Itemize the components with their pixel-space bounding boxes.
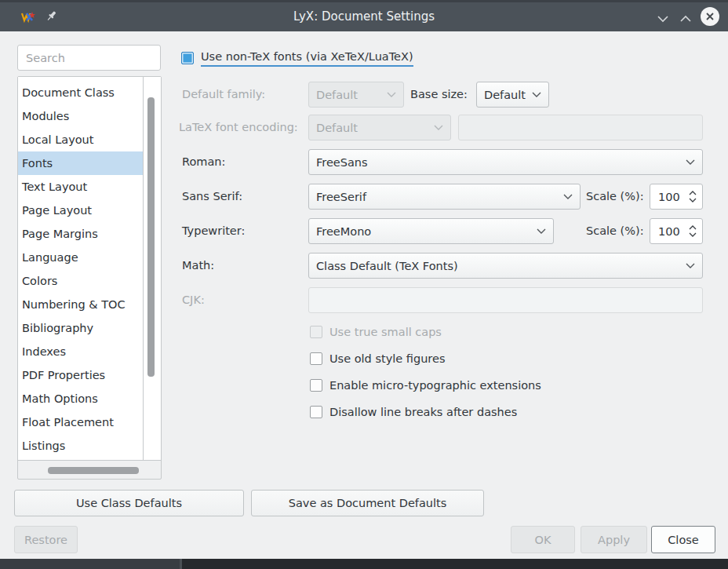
sidebar-item-document-class[interactable]: Document Class: [18, 81, 143, 104]
checkbox-label: Use old style figures: [329, 352, 445, 366]
chevron-down-icon: [657, 15, 669, 23]
category-list-frame: Document ClassModulesLocal LayoutFontsTe…: [17, 76, 162, 480]
chevron-down-icon: [537, 228, 546, 235]
use-non-tex-fonts-checkbox-row[interactable]: Use non-TeX fonts (via XeTeX/LuaTeX): [181, 51, 413, 65]
sidebar-item-math-options[interactable]: Math Options: [18, 387, 143, 410]
background-window-strip: [0, 559, 728, 569]
math-value: Class Default (TeX Fonts): [316, 260, 458, 272]
sidebar-item-pdf-properties[interactable]: PDF Properties: [18, 363, 143, 387]
titlebar[interactable]: LyX: Document Settings: [0, 0, 728, 31]
font-encoding-value: Default: [316, 122, 358, 134]
window-title: LyX: Document Settings: [0, 2, 728, 31]
default-family-label: Default family:: [182, 82, 265, 108]
font-encoding-combo: Default: [308, 115, 451, 140]
default-family-combo: Default: [308, 82, 404, 108]
option-row-use-true-small-caps: Use true small caps: [310, 325, 442, 339]
chevron-down-icon: [686, 159, 695, 166]
font-encoding-input: [458, 115, 703, 140]
spin-up-icon[interactable]: [689, 191, 697, 195]
checkbox[interactable]: [310, 406, 322, 418]
document-settings-dialog: LyX: Document Settings Document ClassMod…: [0, 0, 728, 569]
roman-value: FreeSans: [316, 156, 368, 169]
sidebar-item-float-placement[interactable]: Float Placement: [18, 410, 143, 434]
font-encoding-label: LaTeX font encoding:: [179, 115, 298, 140]
chevron-down-icon: [686, 263, 695, 269]
typewriter-value: FreeMono: [316, 225, 371, 238]
ok-button: OK: [511, 526, 575, 553]
close-button[interactable]: [701, 7, 719, 26]
save-as-document-defaults-button[interactable]: Save as Document Defaults: [251, 490, 484, 516]
sans-scale-spinbox[interactable]: 100: [650, 184, 703, 210]
sidebar-item-bibliography[interactable]: Bibliography: [18, 316, 143, 340]
option-row-use-old-style-figures[interactable]: Use old style figures: [310, 352, 445, 366]
typewriter-combo[interactable]: FreeMono: [308, 218, 554, 244]
sidebar-item-listings[interactable]: Listings: [18, 434, 143, 458]
base-size-value: Default: [484, 89, 526, 101]
category-list: Document ClassModulesLocal LayoutFontsTe…: [18, 77, 144, 461]
checkbox: [310, 326, 322, 338]
spin-down-icon[interactable]: [689, 198, 697, 202]
chevron-up-icon: [679, 15, 692, 23]
sidebar-item-text-layout[interactable]: Text Layout: [18, 175, 143, 199]
math-combo[interactable]: Class Default (TeX Fonts): [308, 253, 703, 279]
apply-label: Apply: [598, 534, 630, 546]
checkbox-label: Disallow line breaks after dashes: [329, 405, 517, 419]
math-label: Math:: [182, 253, 214, 279]
background-window-divider: [180, 559, 182, 569]
sans-serif-value: FreeSerif: [316, 191, 366, 203]
sidebar-item-language[interactable]: Language: [18, 246, 143, 269]
roman-label: Roman:: [182, 149, 225, 175]
ok-label: OK: [535, 534, 551, 546]
option-row-enable-micro-typographic-extensions[interactable]: Enable micro-typographic extensions: [310, 378, 541, 392]
sidebar-item-colors[interactable]: Colors: [18, 269, 143, 293]
roman-combo[interactable]: FreeSans: [308, 149, 703, 175]
sidebar-item-page-layout[interactable]: Page Layout: [18, 199, 143, 222]
chevron-down-icon: [563, 194, 573, 200]
spin-up-icon[interactable]: [689, 225, 697, 230]
sidebar-item-numbering-toc[interactable]: Numbering & TOC: [18, 293, 143, 316]
horizontal-scrollbar[interactable]: [48, 467, 139, 474]
restore-button: Restore: [14, 526, 78, 553]
sidebar-item-modules[interactable]: Modules: [18, 104, 143, 128]
sidebar-item-indexes[interactable]: Indexes: [18, 340, 143, 363]
apply-button: Apply: [581, 526, 647, 553]
chevron-down-icon: [387, 92, 396, 98]
checkbox-label: Use true small caps: [329, 325, 442, 339]
save-as-document-defaults-label: Save as Document Defaults: [289, 497, 447, 509]
close-dialog-button[interactable]: Close: [651, 526, 715, 553]
chevron-down-icon: [532, 92, 541, 98]
shade-button[interactable]: [657, 11, 669, 26]
default-family-value: Default: [316, 89, 358, 101]
checkbox-label: Enable micro-typographic extensions: [329, 378, 541, 392]
sans-scale-label: Scale (%):: [586, 184, 644, 210]
vertical-scrollbar[interactable]: [147, 97, 155, 377]
cjk-label: CJK:: [182, 287, 205, 313]
spin-down-icon[interactable]: [689, 232, 697, 237]
sidebar-item-local-layout[interactable]: Local Layout: [18, 128, 143, 151]
checkbox[interactable]: [310, 379, 322, 392]
chevron-down-icon: [434, 125, 443, 131]
use-class-defaults-label: Use Class Defaults: [76, 497, 182, 509]
base-size-combo[interactable]: Default: [476, 82, 549, 108]
sidebar-item-page-margins[interactable]: Page Margins: [18, 222, 143, 246]
use-class-defaults-button[interactable]: Use Class Defaults: [14, 490, 244, 516]
restore-label: Restore: [24, 534, 67, 546]
sidebar-item-fonts[interactable]: Fonts: [18, 151, 143, 175]
use-non-tex-fonts-label: Use non-TeX fonts (via XeTeX/LuaTeX): [201, 49, 413, 67]
typewriter-scale-spinbox[interactable]: 100: [650, 218, 703, 244]
base-size-label: Base size:: [410, 82, 468, 108]
typewriter-label: Typewriter:: [182, 218, 245, 244]
close-label: Close: [668, 534, 699, 546]
checkbox[interactable]: [310, 352, 322, 365]
use-non-tex-fonts-checkbox[interactable]: [181, 52, 194, 64]
sans-serif-combo[interactable]: FreeSerif: [308, 184, 581, 210]
typewriter-scale-label: Scale (%):: [586, 218, 644, 244]
sans-serif-label: Sans Serif:: [182, 184, 242, 210]
typewriter-scale-value: 100: [658, 225, 680, 238]
sans-scale-value: 100: [658, 191, 680, 203]
maximize-button[interactable]: [679, 11, 692, 26]
cjk-input: [308, 287, 703, 313]
search-input[interactable]: [17, 45, 161, 71]
close-icon: [705, 12, 715, 21]
option-row-disallow-line-breaks-after-dashes[interactable]: Disallow line breaks after dashes: [310, 405, 517, 419]
